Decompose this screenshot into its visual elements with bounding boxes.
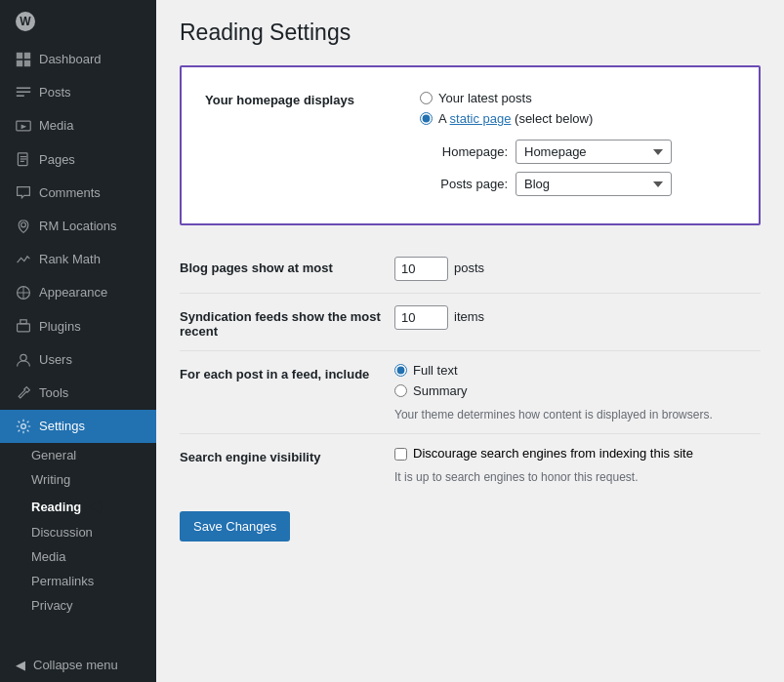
submenu-item-privacy[interactable]: Privacy [0, 593, 156, 618]
svg-rect-0 [17, 53, 22, 59]
syndication-label: Syndication feeds show the most recent [180, 305, 394, 339]
collapse-label: Collapse menu [33, 658, 118, 672]
sidebar-item-posts[interactable]: Posts [0, 76, 156, 109]
svg-rect-10 [21, 156, 26, 157]
static-page-radio[interactable] [420, 112, 433, 125]
latest-posts-label: Your latest posts [438, 91, 532, 105]
sidebar-item-appearance[interactable]: Appearance [0, 276, 156, 309]
svg-rect-4 [17, 88, 30, 90]
sidebar-item-rank-math-label: Rank Math [39, 251, 101, 268]
search-visibility-content: Discourage search engines from indexing … [394, 446, 761, 484]
submenu-item-discussion[interactable]: Discussion [0, 520, 156, 544]
svg-rect-5 [17, 92, 30, 94]
svg-point-18 [21, 424, 26, 429]
blog-pages-input[interactable] [394, 257, 448, 281]
latest-posts-option[interactable]: Your latest posts [420, 91, 735, 105]
summary-radio[interactable] [394, 384, 407, 397]
discourage-label: Discourage search engines from indexing … [413, 446, 693, 461]
sidebar-item-rank-math[interactable]: Rank Math [0, 243, 156, 276]
users-icon [16, 352, 31, 368]
search-visibility-row: Search engine visibility Discourage sear… [180, 434, 761, 496]
sidebar-item-users-label: Users [39, 351, 72, 369]
discourage-checkbox[interactable] [394, 448, 407, 461]
sidebar-item-rm-locations-label: RM Locations [39, 218, 116, 235]
submenu-item-writing[interactable]: Writing [0, 467, 156, 492]
syndication-suffix: items [454, 305, 484, 324]
submenu-item-media[interactable]: Media [0, 544, 156, 569]
sidebar-item-plugins-label: Plugins [39, 318, 81, 336]
syndication-input[interactable] [394, 305, 448, 330]
blog-pages-content: posts [394, 257, 761, 281]
full-text-option[interactable]: Full text [394, 363, 713, 378]
posts-page-select[interactable]: Blog Posts News [516, 172, 672, 196]
search-visibility-checkbox-row[interactable]: Discourage search engines from indexing … [394, 446, 693, 461]
submenu-item-reading[interactable]: Reading ◀ [0, 492, 156, 520]
homepage-radio-group: Your latest posts A static page (select … [420, 91, 735, 126]
homepage-options-col: Your latest posts A static page (select … [416, 83, 739, 208]
page-title: Reading Settings [180, 20, 761, 46]
blog-pages-label: Blog pages show at most [180, 257, 394, 275]
sidebar-item-rm-locations[interactable]: RM Locations [0, 210, 156, 243]
static-page-prefix: A [438, 111, 450, 126]
static-page-suffix: (select below) [511, 111, 593, 126]
rank-math-icon [16, 252, 31, 267]
reading-arrow-icon: ◀ [89, 497, 101, 515]
sidebar-item-plugins[interactable]: Plugins [0, 310, 156, 343]
homepage-row: Your homepage displays Your latest posts… [201, 83, 739, 208]
collapse-menu-button[interactable]: ◀ Collapse menu [0, 648, 156, 682]
dashboard-icon [16, 52, 31, 67]
sidebar-item-pages[interactable]: Pages [0, 143, 156, 177]
svg-rect-1 [24, 53, 30, 59]
svg-rect-2 [17, 60, 22, 66]
posts-page-select-row: Posts page: Blog Posts News [420, 168, 735, 200]
sidebar-logo: W [0, 0, 156, 43]
submenu-item-permalinks[interactable]: Permalinks [0, 569, 156, 593]
posts-icon [16, 85, 31, 100]
latest-posts-radio[interactable] [420, 92, 433, 104]
feed-include-note: Your theme determines how content is dis… [394, 408, 713, 421]
static-page-link[interactable]: static page [450, 111, 512, 126]
sidebar-item-dashboard[interactable]: Dashboard [0, 43, 156, 76]
feed-include-label: For each post in a feed, include [180, 363, 394, 381]
main-content: Reading Settings Your homepage displays … [156, 0, 784, 682]
feed-include-content: Full text Summary Your theme determines … [394, 363, 761, 421]
static-page-label: A static page (select below) [438, 111, 593, 126]
full-text-radio[interactable] [394, 364, 407, 377]
sidebar-item-media[interactable]: Media [0, 109, 156, 142]
feed-include-row: For each post in a feed, include Full te… [180, 351, 761, 434]
homepage-select-row: Homepage: Homepage Front Page About [420, 136, 735, 168]
sidebar-item-users[interactable]: Users [0, 343, 156, 377]
sidebar: W Dashboard Posts Media Pages Comments [0, 0, 156, 682]
svg-rect-3 [24, 60, 30, 66]
sidebar-item-pages-label: Pages [39, 151, 75, 169]
full-text-label: Full text [413, 363, 458, 378]
tools-icon [16, 385, 31, 401]
location-icon [16, 219, 31, 234]
svg-rect-15 [21, 319, 26, 323]
submenu-item-general[interactable]: General [0, 443, 156, 467]
collapse-icon: ◀ [16, 658, 25, 672]
feed-include-radio-group: Full text Summary Your theme determines … [394, 363, 713, 421]
sidebar-item-comments-label: Comments [39, 184, 101, 202]
syndication-content: items [394, 305, 761, 330]
search-visibility-note: It is up to search engines to honor this… [394, 470, 761, 484]
posts-page-select-label: Posts page: [420, 177, 508, 191]
homepage-select-label: Homepage: [420, 144, 508, 159]
media-icon [16, 118, 31, 134]
syndication-row: Syndication feeds show the most recent i… [180, 294, 761, 351]
sidebar-item-tools[interactable]: Tools [0, 377, 156, 410]
blog-pages-row: Blog pages show at most posts [180, 245, 761, 294]
settings-icon [16, 419, 31, 434]
plugins-icon [16, 319, 31, 335]
static-page-option[interactable]: A static page (select below) [420, 111, 735, 126]
sidebar-item-settings[interactable]: Settings [0, 410, 156, 443]
save-changes-button[interactable]: Save Changes [180, 511, 290, 542]
homepage-select[interactable]: Homepage Front Page About [516, 140, 672, 164]
page-selects: Homepage: Homepage Front Page About Post… [420, 136, 735, 200]
sidebar-item-dashboard-label: Dashboard [39, 51, 102, 68]
summary-label: Summary [413, 383, 468, 398]
sidebar-item-comments[interactable]: Comments [0, 177, 156, 210]
sidebar-item-media-label: Media [39, 117, 73, 135]
comments-icon [16, 185, 31, 201]
summary-option[interactable]: Summary [394, 383, 713, 398]
